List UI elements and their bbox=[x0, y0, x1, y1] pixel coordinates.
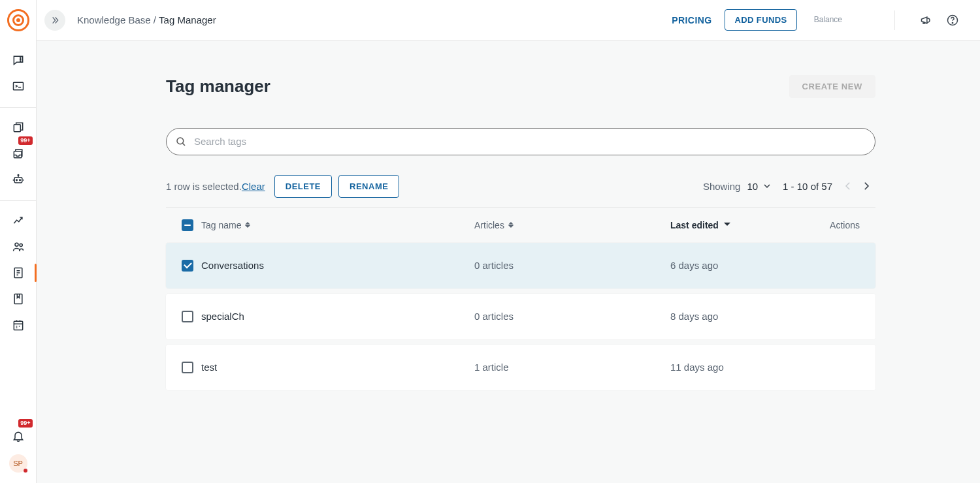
terminal-icon bbox=[12, 80, 25, 93]
row-name-cell: specialCh bbox=[201, 311, 474, 322]
col-articles-label: Articles bbox=[474, 220, 504, 230]
chat-icon bbox=[12, 54, 25, 67]
sidebar-bottom: 99+ SP bbox=[0, 423, 36, 483]
search-icon bbox=[175, 136, 187, 148]
people-icon bbox=[12, 240, 25, 253]
sidebar-item-bookmark[interactable] bbox=[0, 286, 37, 312]
table-body: Conversations0 articles6 days agospecial… bbox=[166, 243, 875, 390]
row-name-cell: Conversations bbox=[201, 260, 474, 271]
svg-rect-14 bbox=[14, 321, 22, 330]
sidebar-item-chat[interactable] bbox=[0, 47, 37, 73]
rename-button[interactable]: RENAME bbox=[338, 175, 399, 198]
create-new-button[interactable]: CREATE NEW bbox=[789, 75, 875, 98]
sort-icon bbox=[245, 222, 250, 228]
delete-button[interactable]: DELETE bbox=[274, 175, 332, 198]
help-circle-icon bbox=[946, 14, 959, 27]
chevron-right-icon bbox=[860, 180, 872, 192]
table-header-row: Tag name Articles Last edited Actions bbox=[166, 207, 875, 243]
table-row[interactable]: test1 article11 days ago bbox=[166, 345, 875, 390]
row-name-cell: test bbox=[201, 362, 474, 373]
page-content: Tag manager CREATE NEW 1 row is selected… bbox=[37, 40, 980, 483]
sidebar-item-people[interactable] bbox=[0, 234, 37, 260]
column-header-actions: Actions bbox=[821, 220, 860, 230]
avatar-initials: SP bbox=[13, 460, 23, 467]
user-avatar[interactable]: SP bbox=[9, 454, 27, 473]
page-title: Tag manager bbox=[166, 76, 270, 97]
book-icon bbox=[12, 266, 25, 279]
row-edited-cell: 6 days ago bbox=[670, 260, 821, 271]
svg-rect-3 bbox=[13, 82, 23, 90]
bookmark-icon bbox=[12, 292, 25, 305]
svg-point-10 bbox=[15, 243, 18, 246]
sidebar-item-calendar[interactable] bbox=[0, 312, 37, 338]
prev-page-button[interactable] bbox=[839, 177, 857, 195]
table-row[interactable]: Conversations0 articles6 days ago bbox=[166, 243, 875, 288]
column-header-articles[interactable]: Articles bbox=[474, 220, 670, 230]
svg-rect-13 bbox=[14, 294, 22, 304]
chart-icon bbox=[12, 214, 25, 227]
row-articles-cell: 1 article bbox=[474, 362, 670, 373]
table-toolbar: 1 row is selected. Clear DELETE RENAME S… bbox=[166, 175, 875, 198]
showing-label: Showing bbox=[703, 181, 741, 192]
status-dot-icon bbox=[23, 468, 28, 473]
col-edited-label: Last edited bbox=[670, 220, 719, 230]
sidebar-item-inbox[interactable]: 99+ bbox=[0, 140, 37, 166]
col-actions-label: Actions bbox=[830, 220, 860, 230]
page-size-select[interactable]: 10 bbox=[747, 181, 772, 192]
svg-rect-4 bbox=[14, 125, 20, 132]
sidebar-badge: 99+ bbox=[18, 136, 32, 145]
sidebar-item-knowledge-base[interactable] bbox=[0, 260, 37, 286]
notification-badge: 99+ bbox=[18, 419, 32, 428]
sidebar-item-notifications[interactable]: 99+ bbox=[0, 423, 37, 449]
breadcrumb-current: Tag Manager bbox=[159, 14, 216, 25]
sidebar-group-1 bbox=[0, 40, 36, 99]
sidebar-group-2: 99+ bbox=[0, 108, 36, 193]
svg-rect-5 bbox=[14, 151, 22, 158]
balance-label: Balance bbox=[814, 15, 842, 24]
select-all-checkbox[interactable] bbox=[182, 219, 193, 231]
sort-icon bbox=[508, 222, 514, 228]
balance-display: Balance bbox=[814, 15, 842, 24]
sidebar-item-analytics[interactable] bbox=[0, 208, 37, 234]
sidebar-item-bot[interactable] bbox=[0, 166, 37, 193]
search-input[interactable] bbox=[166, 128, 875, 155]
svg-point-8 bbox=[16, 179, 17, 181]
row-checkbox-cell bbox=[182, 311, 201, 322]
svg-point-1 bbox=[20, 59, 20, 60]
sort-desc-icon bbox=[724, 223, 730, 226]
svg-point-17 bbox=[177, 138, 184, 144]
help-button[interactable] bbox=[946, 14, 959, 27]
bell-icon bbox=[12, 429, 25, 443]
search-wrapper bbox=[166, 128, 875, 155]
sidebar-item-terminal[interactable] bbox=[0, 73, 37, 99]
logo-cell bbox=[0, 0, 36, 40]
column-header-name[interactable]: Tag name bbox=[201, 220, 474, 230]
announce-button[interactable] bbox=[920, 14, 933, 27]
page-size-value: 10 bbox=[747, 181, 758, 192]
next-page-button[interactable] bbox=[857, 177, 875, 195]
table-row[interactable]: specialCh0 articles8 days ago bbox=[166, 294, 875, 339]
breadcrumb: Knowledge Base / Tag Manager bbox=[77, 14, 216, 25]
add-funds-button[interactable]: ADD FUNDS bbox=[725, 9, 796, 31]
svg-point-11 bbox=[20, 243, 22, 246]
clone-icon bbox=[12, 121, 25, 134]
row-articles-cell: 0 articles bbox=[474, 260, 670, 271]
selection-count-text: 1 row is selected. bbox=[166, 181, 242, 192]
breadcrumb-sep: / bbox=[154, 14, 159, 25]
row-checkbox[interactable] bbox=[182, 260, 193, 272]
svg-point-16 bbox=[952, 22, 953, 23]
row-checkbox[interactable] bbox=[182, 362, 193, 373]
megaphone-icon bbox=[920, 14, 933, 27]
clear-selection-link[interactable]: Clear bbox=[242, 181, 265, 192]
bot-icon bbox=[12, 173, 25, 186]
expand-sidebar-button[interactable] bbox=[44, 10, 65, 31]
row-checkbox[interactable] bbox=[182, 311, 193, 322]
breadcrumb-parent[interactable]: Knowledge Base bbox=[77, 14, 151, 25]
column-header-last-edited[interactable]: Last edited bbox=[670, 220, 821, 230]
brand-logo[interactable] bbox=[7, 9, 29, 31]
row-edited-cell: 8 days ago bbox=[670, 311, 821, 322]
pricing-link[interactable]: PRICING bbox=[672, 15, 711, 25]
inbox-icon bbox=[12, 147, 25, 160]
select-all-cell bbox=[182, 219, 201, 231]
row-edited-cell: 11 days ago bbox=[670, 362, 821, 373]
